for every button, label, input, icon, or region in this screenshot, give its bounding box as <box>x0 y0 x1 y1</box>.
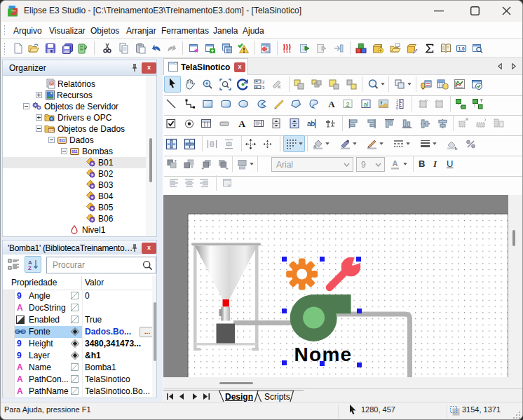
svg-text:2: 2 <box>262 80 265 84</box>
svg-text:0: 0 <box>396 106 398 110</box>
svg-text:011: 011 <box>49 129 55 133</box>
svg-text:R: R <box>50 81 53 86</box>
svg-text:011: 011 <box>59 138 64 142</box>
svg-text:A: A <box>238 118 245 129</box>
svg-text:3: 3 <box>262 86 265 90</box>
svg-text:1.0: 1.0 <box>458 46 464 51</box>
svg-text:A: A <box>328 99 335 109</box>
svg-text:ab: ab <box>307 120 315 128</box>
svg-text:Z: Z <box>28 265 32 271</box>
svg-text:011: 011 <box>72 149 77 154</box>
svg-text:A: A <box>393 159 398 168</box>
svg-text:al: al <box>363 101 368 108</box>
